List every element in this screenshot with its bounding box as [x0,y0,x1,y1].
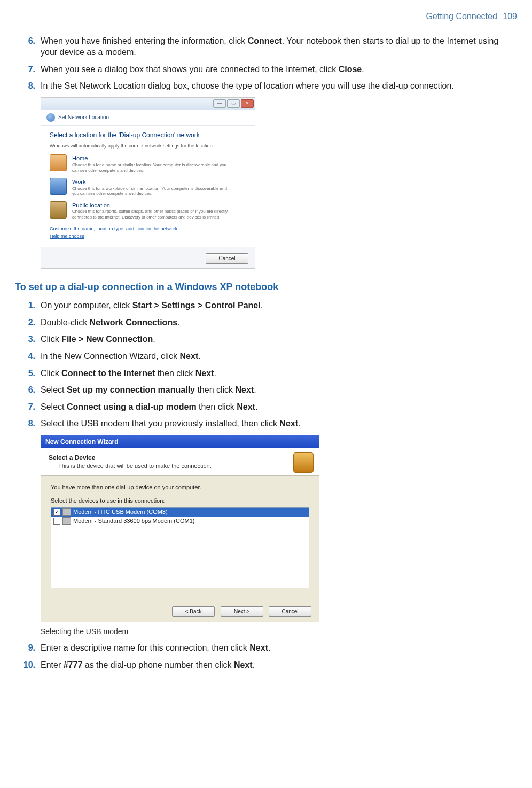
step-text: Click Connect to the Internet then click… [41,369,216,378]
next-button: Next > [221,606,263,617]
modem-icon [62,517,71,525]
minimize-icon: — [213,99,226,108]
cancel-button: Cancel [206,253,248,264]
dialog-subline: Windows will automatically apply the cor… [50,143,246,149]
step-text: In the New Connection Wizard, click Next… [41,352,201,361]
step-text: On your computer, click Start > Settings… [41,301,263,310]
dialog-headline: Select a location for the 'Dial-up Conne… [50,131,246,139]
checkbox-icon: ✓ [53,509,60,516]
step-number: 6. [19,384,35,396]
section-name: Getting Connected [426,12,497,21]
step-item: 6.Select Set up my connection manually t… [15,384,517,396]
step-text: Select the USB modem that you previously… [41,419,300,428]
network-location-option-home: HomeChoose this for a home or similar lo… [50,154,246,174]
step-item: 8.Select the USB modem that you previous… [15,418,517,430]
step-item: 10.Enter #777 as the dial-up phone numbe… [15,659,517,671]
step-number: 7. [19,64,35,75]
section-heading: To set up a dial-up connection in a Wind… [15,280,517,293]
step-text: Enter #777 as the dial-up phone number t… [41,660,255,669]
checkbox-icon [53,518,60,525]
device-row: Modem - Standard 33600 bps Modem (COM1) [51,517,309,526]
step-text: Enter a descriptive name for this connec… [41,643,270,652]
page-number: 109 [503,12,517,21]
option-desc: Choose this for a workplace or similar l… [72,186,232,197]
step-item: 2.Double-click Network Connections. [15,317,517,329]
step-item: 8.In the Set Network Location dialog box… [15,80,517,92]
new-connection-wizard-screenshot: New Connection Wizard Select a Device Th… [41,435,319,622]
network-location-option-public: Public locationChoose this for airports,… [50,201,246,221]
wizard-header-icon [293,452,314,473]
step-text: Select Connect using a dial-up modem the… [41,402,257,411]
step-number: 7. [19,401,35,413]
figure-caption: Selecting the USB modem [41,627,517,637]
option-title: Home [72,154,232,162]
close-icon: × [241,99,254,108]
breadcrumb: Set Network Location [41,110,255,126]
page-header: Getting Connected 109 [15,11,517,22]
device-label: Modem - Standard 33600 bps Modem (COM1) [73,517,194,525]
maximize-icon: ▭ [227,99,240,108]
breadcrumb-text: Set Network Location [58,114,109,121]
device-listbox: ✓Modem - HTC USB Modem (COM3)Modem - Sta… [51,507,309,588]
help-link: Help me choose [50,233,246,239]
home-icon [50,154,67,171]
step-number: 10. [19,659,35,671]
step-number: 8. [19,418,35,430]
option-title: Public location [72,201,232,209]
step-text: Select Set up my connection manually the… [41,385,256,394]
network-location-option-work: WorkChoose this for a workplace or simil… [50,178,246,197]
step-item: 4.In the New Connection Wizard, click Ne… [15,350,517,362]
public-icon [50,201,67,219]
step-number: 1. [19,300,35,311]
wizard-subheading: This is the device that will be used to … [58,462,287,470]
step-item: 7.When you see a dialog box that shows y… [15,64,517,75]
step-number: 2. [19,317,35,329]
listbox-label: Select the devices to use in this connec… [51,497,309,505]
option-desc: Choose this for airports, coffee shops, … [72,209,232,220]
option-desc: Choose this for a home or similar locati… [72,162,232,174]
xp-titlebar: New Connection Wizard [41,435,319,448]
step-number: 3. [19,333,35,345]
back-arrow-icon [46,113,55,122]
modem-icon [62,508,71,516]
wizard-heading: Select a Device [49,454,287,462]
window-titlebar: — ▭ × [41,98,255,110]
cancel-button: Cancel [269,606,311,617]
step-number: 4. [19,350,35,362]
step-number: 9. [19,642,35,654]
step-number: 5. [19,368,35,379]
step-number: 6. [19,35,35,47]
customize-link: Customize the name, location type, and i… [50,225,246,232]
step-text: When you see a dialog box that shows you… [41,65,364,74]
step-text: Click File > New Connection. [41,334,155,344]
step-item: 6.When you have finished entering the in… [15,35,517,58]
work-icon [50,178,67,195]
step-text: Double-click Network Connections. [41,318,180,327]
wizard-hint: You have more than one dial-up device on… [51,483,309,491]
set-network-location-screenshot: — ▭ × Set Network Location Select a loca… [41,97,255,269]
step-item: 7.Select Connect using a dial-up modem t… [15,401,517,413]
device-label: Modem - HTC USB Modem (COM3) [73,508,168,516]
device-row: ✓Modem - HTC USB Modem (COM3) [51,508,309,517]
step-item: 1.On your computer, click Start > Settin… [15,300,517,311]
option-title: Work [72,178,232,186]
step-text: In the Set Network Location dialog box, … [41,81,454,90]
back-button: < Back [172,606,215,617]
step-text: When you have finished entering the info… [41,36,498,57]
step-item: 5.Click Connect to the Internet then cli… [15,368,517,379]
step-number: 8. [19,80,35,92]
step-item: 9.Enter a descriptive name for this conn… [15,642,517,654]
step-item: 3.Click File > New Connection. [15,333,517,345]
